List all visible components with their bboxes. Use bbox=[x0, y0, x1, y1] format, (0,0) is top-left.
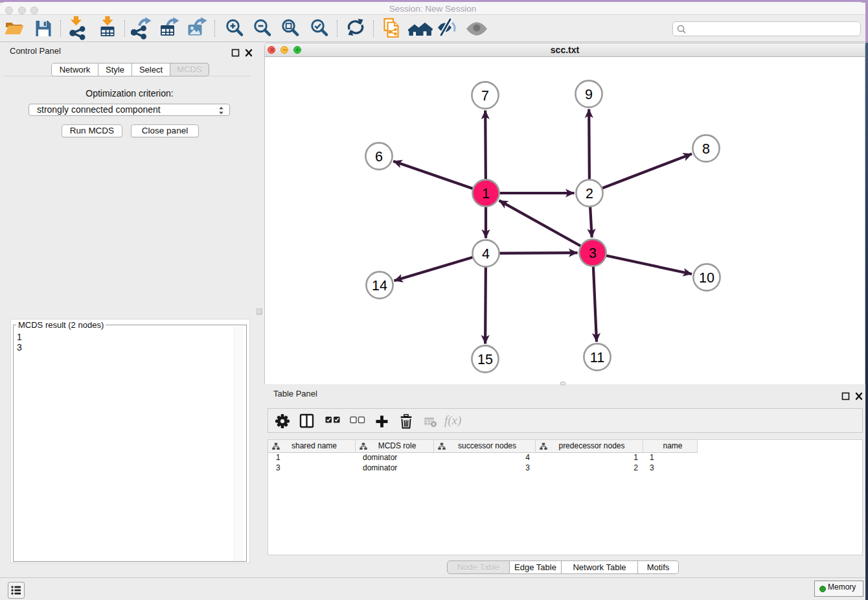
svg-text:10: 10 bbox=[699, 270, 714, 286]
svg-text:14: 14 bbox=[372, 278, 387, 294]
svg-text:9: 9 bbox=[585, 87, 593, 102]
svg-text:6: 6 bbox=[375, 149, 383, 165]
svg-text:7: 7 bbox=[481, 88, 489, 104]
svg-text:4: 4 bbox=[482, 246, 490, 262]
svg-text:11: 11 bbox=[590, 350, 604, 365]
svg-text:1: 1 bbox=[482, 186, 490, 202]
svg-text:3: 3 bbox=[589, 246, 597, 261]
svg-text:8: 8 bbox=[702, 141, 710, 157]
svg-text:15: 15 bbox=[477, 352, 493, 367]
svg-text:2: 2 bbox=[586, 186, 593, 202]
